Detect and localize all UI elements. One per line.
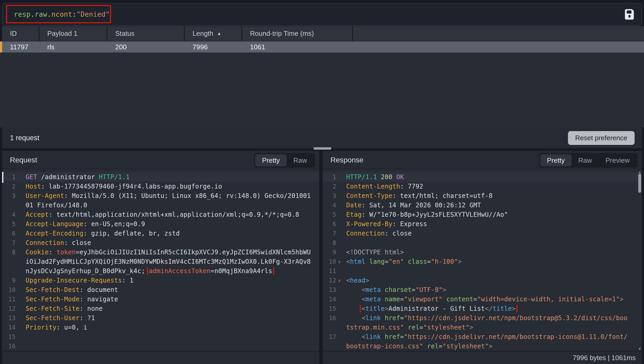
code-text: Cookie: token=eyJhbGciOiJIUzI1NiIsInR5cC… bbox=[26, 249, 319, 256]
response-panel: Response Pretty Raw Preview 1HTTP/1.1 20… bbox=[323, 151, 642, 364]
fold-chevron-icon[interactable]: ∨ bbox=[336, 278, 346, 283]
fold-chevron-icon[interactable]: ∨ bbox=[336, 259, 346, 265]
cell-id: 11797 bbox=[2, 43, 39, 51]
code-text: User-Agent: Mozilla/5.0 (X11; Ubuntu; Li… bbox=[26, 192, 319, 199]
code-text: <html lang="en" class="h-100"> bbox=[346, 258, 642, 265]
cell-round-trip-time: 1061 bbox=[242, 43, 353, 51]
code-line: 7Connection: close bbox=[323, 229, 642, 238]
line-number: 14 bbox=[323, 296, 336, 303]
reset-preference-button[interactable]: Reset preference bbox=[568, 131, 635, 145]
splitter-handle[interactable] bbox=[314, 147, 331, 150]
request-editor[interactable]: 1GET /administrator HTTP/1.12Host: lab-1… bbox=[2, 170, 319, 351]
line-number: 3 bbox=[323, 192, 336, 199]
code-text: Accept-Language: en-US,en;q=0.9 bbox=[26, 220, 319, 228]
code-line: 01 Firefox/148.0 bbox=[2, 201, 319, 210]
line-number: 15 bbox=[2, 333, 16, 340]
code-text: <head> bbox=[346, 277, 642, 284]
column-header-payload1[interactable]: Payload 1 bbox=[39, 26, 107, 41]
line-number: 1 bbox=[2, 174, 16, 180]
line-number: 5 bbox=[2, 221, 16, 227]
line-number: 14 bbox=[2, 324, 16, 331]
code-line: 17 <link href="https://cdn.jsdelivr.net/… bbox=[323, 332, 642, 342]
code-line: bootstrap-icons.css" rel="stylesheet"> bbox=[323, 342, 642, 351]
column-header-length[interactable]: Length▲ bbox=[185, 26, 241, 41]
line-number: 4 bbox=[2, 211, 16, 218]
request-tab-raw[interactable]: Raw bbox=[287, 154, 314, 166]
code-line: 4Date: Sat, 14 Mar 2026 00:26:12 GMT bbox=[323, 201, 642, 210]
code-line: 16 <link href="https://cdn.jsdelivr.net/… bbox=[323, 313, 642, 323]
code-line: 2Content-Length: 7792 bbox=[323, 182, 642, 191]
results-summary-bar: 1 request Reset preference bbox=[2, 127, 642, 148]
response-scrollbar-thumb[interactable] bbox=[638, 174, 641, 193]
request-tab-pretty[interactable]: Pretty bbox=[255, 154, 287, 166]
line-number: 4 bbox=[323, 202, 336, 209]
code-line: 2Host: lab-1773445879460-jf94r4.labs-app… bbox=[2, 182, 319, 191]
table-body-background bbox=[0, 41, 644, 127]
line-number: 17 bbox=[323, 333, 336, 340]
code-line: nJysDCvJgSnyErhup_D_B0dPkv_k4c; adminAcc… bbox=[2, 266, 319, 276]
code-line: 14Priority: u=0, i bbox=[2, 323, 319, 332]
code-text: Etag: W/"1e70-b8p+JyyL2sFLESXYTVLEHwU//A… bbox=[346, 211, 642, 218]
line-number: 11 bbox=[2, 296, 16, 303]
response-panel-title: Response bbox=[330, 151, 363, 169]
code-line: 10∨<html lang="en" class="h-100"> bbox=[323, 257, 642, 266]
code-line: 14 <meta name="viewport" content="width=… bbox=[323, 295, 642, 304]
filter-bar: resp.raw.ncont:"Denied" bbox=[2, 3, 642, 26]
code-line: 5Etag: W/"1e70-b8p+JyyL2sFLESXYTVLEHwU//… bbox=[323, 210, 642, 219]
response-panel-header: Response Pretty Raw Preview bbox=[323, 151, 642, 169]
code-line: 8 bbox=[323, 238, 642, 248]
code-line: 6X-Powered-By: Express bbox=[323, 219, 642, 229]
line-number: 16 bbox=[2, 343, 16, 350]
save-filter-button[interactable] bbox=[625, 9, 634, 20]
column-header-id[interactable]: ID bbox=[2, 26, 39, 41]
code-line: 3User-Agent: Mozilla/5.0 (X11; Ubuntu; L… bbox=[2, 191, 319, 201]
code-line: 8Cookie: token=eyJhbGciOiJIUzI1NiIsInR5c… bbox=[2, 248, 319, 257]
code-text: <meta charset="UTF-8"> bbox=[346, 286, 642, 293]
filter-query-input[interactable]: resp.raw.ncont:"Denied" bbox=[14, 3, 110, 25]
annotation-box: <title>Administrator - Gift List</title> bbox=[362, 305, 516, 312]
line-number: 2 bbox=[2, 183, 16, 190]
line-number: 9 bbox=[2, 277, 16, 284]
code-text: Content-Type: text/html; charset=utf-8 bbox=[346, 192, 642, 199]
response-tab-raw[interactable]: Raw bbox=[572, 154, 599, 166]
line-number: 12 bbox=[323, 277, 336, 284]
scroll-down-icon[interactable]: ▼ bbox=[638, 347, 641, 351]
line-number: 5 bbox=[323, 211, 336, 218]
code-text: <meta name="viewport" content="width=dev… bbox=[346, 296, 642, 303]
response-editor[interactable]: 1HTTP/1.1 200 OK2Content-Length: 77923Co… bbox=[323, 170, 642, 351]
code-text: Accept: text/html,application/xhtml+xml,… bbox=[26, 211, 319, 218]
column-header-status[interactable]: Status bbox=[107, 26, 184, 41]
code-text: Accept-Encoding: gzip, deflate, br, zstd bbox=[26, 230, 319, 237]
response-editor-lines: 1HTTP/1.1 200 OK2Content-Length: 77923Co… bbox=[323, 170, 642, 351]
table-row[interactable]: 11797 rls 200 7996 1061 bbox=[0, 42, 644, 52]
response-tab-preview[interactable]: Preview bbox=[599, 154, 636, 166]
request-view-tabs: Pretty Raw bbox=[254, 153, 315, 168]
request-panel-header: Request Pretty Raw bbox=[2, 151, 319, 169]
scroll-up-icon[interactable]: ▲ bbox=[638, 170, 641, 174]
line-number: 8 bbox=[2, 249, 16, 256]
code-text: X-Powered-By: Express bbox=[346, 220, 642, 228]
code-line: 1HTTP/1.1 200 OK bbox=[323, 172, 642, 182]
code-line: 13 <meta charset="UTF-8"> bbox=[323, 285, 642, 295]
table-header: ID Payload 1 Status Length▲ Round-trip T… bbox=[0, 26, 644, 41]
column-header-filler bbox=[353, 26, 644, 41]
request-scroll-indicator[interactable] bbox=[2, 172, 3, 183]
code-text: Connection: close bbox=[346, 230, 642, 237]
response-tab-pretty[interactable]: Pretty bbox=[540, 154, 572, 166]
line-number: 15 bbox=[323, 305, 336, 312]
line-number: 6 bbox=[2, 230, 16, 237]
line-number: 7 bbox=[323, 230, 336, 237]
request-count-label: 1 request bbox=[10, 134, 39, 142]
code-text: Sec-Fetch-Mode: navigate bbox=[26, 296, 319, 303]
line-number: 1 bbox=[323, 174, 336, 180]
code-text: <link href="https://cdn.jsdelivr.net/npm… bbox=[346, 314, 642, 322]
code-line: 15 bbox=[2, 332, 319, 342]
code-line: tstrap.min.css" rel="stylesheet"> bbox=[323, 323, 642, 332]
code-line: 11Sec-Fetch-Mode: navigate bbox=[2, 295, 319, 304]
line-number: 13 bbox=[2, 315, 16, 321]
code-text: <!DOCTYPE html> bbox=[346, 249, 642, 256]
column-header-round-trip-time[interactable]: Round-trip Time (ms) bbox=[242, 26, 352, 41]
code-text: tstrap.min.css" rel="stylesheet"> bbox=[346, 324, 642, 331]
request-panel: Request Pretty Raw 1GET /administrator H… bbox=[2, 151, 319, 364]
code-text: Connection: close bbox=[26, 239, 319, 246]
